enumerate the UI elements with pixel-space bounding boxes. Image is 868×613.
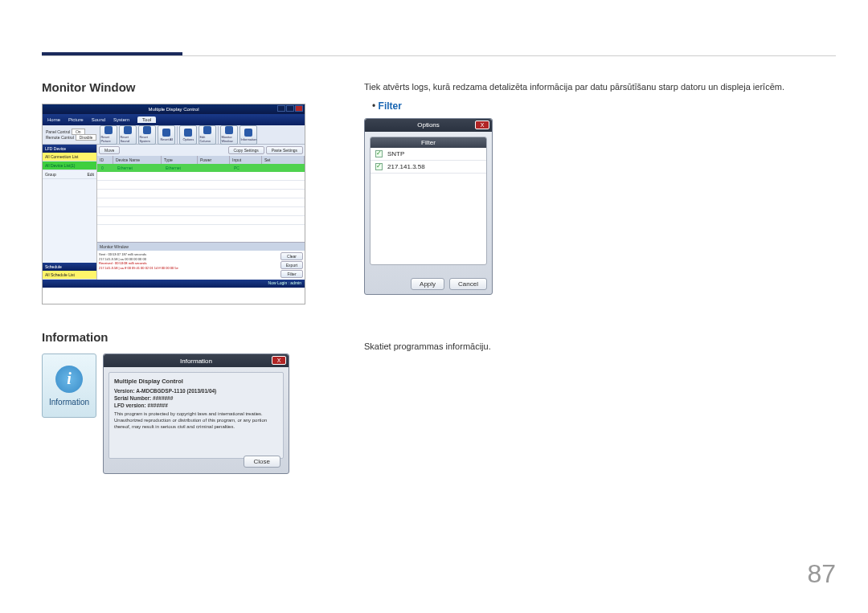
filter-cancel-button[interactable]: Cancel (449, 278, 487, 290)
filter-apply-button[interactable]: Apply (411, 278, 444, 290)
filter-list: Filter SNTP 217.141.3.58 (370, 137, 487, 265)
menu-system[interactable]: System (113, 117, 129, 122)
info-dialog-close-button[interactable]: X (272, 356, 286, 365)
reset-picture-button[interactable]: Reset Picture (100, 125, 117, 145)
copy-settings-button[interactable]: Copy Settings (228, 146, 264, 154)
options-icon (184, 129, 192, 137)
reset-all-button[interactable]: Reset All (158, 125, 175, 145)
mdc-sidebar: LFD Device All Connection List All Devic… (43, 145, 97, 280)
filter-options-dialog: Options X Filter SNTP 217.141.3.58 Apply… (364, 118, 493, 295)
info-close-button[interactable]: Close (244, 456, 280, 468)
close-icon[interactable] (295, 105, 303, 112)
edit-column-button[interactable]: Edit Column (199, 125, 216, 145)
filter-row[interactable]: SNTP (371, 148, 486, 161)
monitor-window-icon (225, 126, 233, 134)
information-icon-tile[interactable]: i Information (42, 353, 96, 418)
info-serial: Serial Number: ####### (114, 395, 278, 401)
panel-control-label: Panel Control (46, 129, 70, 134)
filter-dialog-title: Options (417, 121, 440, 129)
mdc-action-row: Move Copy Settings Paste Settings (97, 145, 305, 156)
info-dialog-body: Multiple Display Control Version: A-MDCB… (108, 372, 284, 459)
mdc-app-title: Multiple Display Control (148, 107, 199, 112)
menu-home[interactable]: Home (47, 117, 60, 122)
monitor-window-panel: Monitor Window Sent : 00:53:07 187 milli… (97, 242, 305, 280)
mdc-menubar: Home Picture Sound System Tool (43, 114, 305, 125)
mdc-control-row: Panel Control On Remote Control Disable … (43, 125, 305, 145)
information-icon-label: Information (49, 398, 89, 407)
sidebar-lfd-header[interactable]: LFD Device (43, 145, 96, 153)
table-headers: ID Device Name Type Power Input Set (97, 156, 305, 164)
mdc-titlebar: Multiple Display Control (43, 104, 305, 114)
filter-dialog-titlebar: Options X (365, 119, 492, 132)
table-row (97, 207, 305, 216)
monitor-clear-button[interactable]: Clear (280, 252, 303, 260)
info-dialog-titlebar: Information X (104, 354, 289, 367)
reset-sound-icon (124, 126, 132, 134)
remote-control-dropdown[interactable]: Disable (76, 134, 97, 141)
information-icon (244, 129, 252, 137)
filter-subheading: Filter (372, 100, 830, 112)
information-description: Skatiet programmas informāciju. (364, 340, 830, 353)
reset-all-icon (162, 129, 170, 137)
remote-control-label: Remote Control (46, 135, 74, 140)
toolbar-separator (218, 126, 219, 144)
checkbox-checked-icon[interactable] (375, 150, 383, 157)
monitor-window-description: Tiek atvērts logs, kurā redzama detalizē… (364, 80, 830, 94)
edit-column-icon (203, 126, 211, 134)
sidebar-group[interactable]: Group Edit (43, 170, 96, 179)
monitor-window-heading: Monitor Window (42, 80, 307, 94)
maximize-icon[interactable] (286, 105, 294, 112)
sidebar-all-connection[interactable]: All Connection List (43, 153, 96, 161)
monitor-filter-button[interactable]: Filter (280, 270, 303, 278)
table-row (97, 172, 305, 181)
menu-sound[interactable]: Sound (92, 117, 105, 122)
filter-dialog-close-button[interactable]: X (475, 121, 489, 129)
filter-row-label: 217.141.3.58 (387, 163, 425, 170)
mdc-app-screenshot: Multiple Display Control Home Picture So… (42, 104, 305, 304)
checkbox-checked-icon[interactable] (375, 163, 383, 170)
info-dialog-title: Information (180, 358, 212, 365)
menu-picture[interactable]: Picture (68, 117, 84, 122)
filter-list-header: Filter (371, 137, 486, 148)
page-number: 87 (807, 559, 836, 589)
filter-row-label: SNTP (387, 150, 404, 157)
information-button[interactable]: Information (240, 125, 257, 145)
paste-settings-button[interactable]: Paste Settings (266, 146, 303, 154)
options-button[interactable]: Options (179, 125, 197, 145)
window-controls (277, 105, 303, 112)
table-row (97, 198, 305, 207)
header-divider (42, 55, 836, 56)
minimize-icon[interactable] (277, 105, 285, 112)
table-row (97, 181, 305, 190)
info-product-name: Multiple Display Control (114, 378, 278, 385)
monitor-log: Sent : 00:53:07 187 milli seconds 217.14… (97, 251, 279, 280)
info-version: Version: A-MDCBGDSP-1110 (2013/01/04) (114, 388, 278, 394)
sidebar-all-schedule[interactable]: All Schedule List (43, 271, 96, 280)
move-button[interactable]: Move (99, 146, 120, 154)
monitor-window-button[interactable]: Monitor Window (220, 125, 238, 145)
information-dialog: Information X Multiple Display Control V… (103, 353, 289, 474)
mdc-status-bar: Now Login : admin (43, 280, 305, 288)
sidebar-schedule-header[interactable]: Schedule (43, 263, 96, 271)
table-row[interactable]: 0 Ethernet Ethernet PC (97, 164, 305, 172)
reset-system-button[interactable]: Reset System (138, 125, 156, 145)
info-icon: i (55, 366, 83, 393)
menu-tool-active[interactable]: Tool (137, 116, 156, 123)
reset-sound-button[interactable]: Reset Sound (119, 125, 137, 145)
monitor-export-button[interactable]: Export (280, 261, 303, 269)
table-row (97, 190, 305, 198)
sidebar-all-device[interactable]: All Device List(1) (43, 161, 96, 170)
monitor-panel-title: Monitor Window (100, 244, 129, 249)
information-heading: Information (42, 330, 307, 344)
reset-picture-icon (104, 126, 113, 134)
info-lfd-version: LFD version: ####### (114, 403, 278, 408)
reset-system-icon (143, 126, 151, 134)
sidebar-edit-dropdown[interactable]: Edit (87, 172, 94, 177)
table-row (97, 216, 305, 225)
toolbar-separator (177, 126, 178, 144)
info-copyright: This program is protected by copyright l… (114, 411, 278, 430)
filter-row[interactable]: 217.141.3.58 (371, 161, 486, 174)
